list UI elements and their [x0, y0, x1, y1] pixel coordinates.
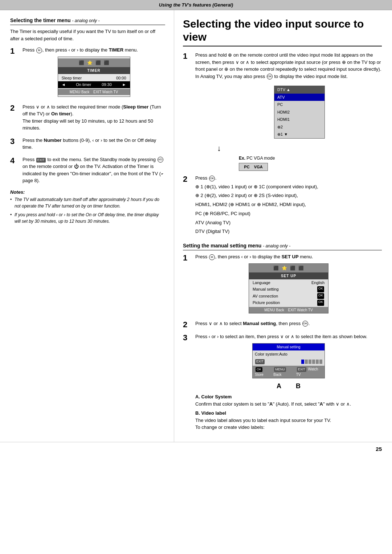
av2-row: ⊕2	[274, 123, 324, 131]
timer-analog-only: - analog only -	[72, 18, 99, 23]
bar-5	[316, 360, 319, 364]
step-1: 1 Press M, then press ‹ or › to display …	[10, 46, 165, 100]
step-2-number: 2	[10, 103, 20, 113]
label-a: A	[277, 381, 281, 391]
step-2-content: Press ∨ or ∧ to select the required time…	[23, 103, 165, 133]
label-b: B	[296, 381, 301, 391]
setup-manual-row: Manual settingOK	[249, 286, 328, 293]
icon2: ⭐	[87, 59, 93, 66]
setup-language-row: LanguageEnglish	[249, 279, 328, 286]
manual-step-2-num: 2	[183, 320, 193, 329]
manual-step-1-num: 1	[183, 253, 193, 263]
right-column: Selecting the video input source to view…	[174, 10, 392, 442]
ms-screen-title: Manual setting	[253, 344, 324, 350]
timer-screen-footer: MENU Back EXIT Watch TV	[58, 89, 130, 95]
video-input-screen: DTV ▲ ATV PC HDMI2 HDMI1 ⊕2 ⊕1 ▼	[274, 86, 325, 139]
step-4: 4 Press EXIT to exit the menu. Set the S…	[10, 156, 165, 186]
main-section-title: Selecting the video input source to view	[183, 17, 382, 46]
menu-icon-2: M	[209, 254, 215, 260]
standby-icon: I/O	[158, 157, 163, 163]
step-3: 3 Press the Number buttons (0-9), ‹ or ›…	[10, 137, 165, 152]
atv-row: ATV	[274, 94, 324, 101]
bar-3	[309, 360, 311, 364]
on-timer-value: 09:30	[102, 82, 112, 88]
right-step-1-content: Press and hold ⊕ on the remote control u…	[195, 52, 382, 171]
input-list: ⊕ 1 (⊕(1), video 1 input) or ⊕ 1C (compo…	[195, 183, 382, 236]
manual-step-3-content: Press ‹ or › to select an item, then pre…	[195, 333, 382, 431]
manual-step-2-content: Press ∨ or ∧ to select Manual setting, t…	[195, 320, 382, 329]
setup-av-row: AV connectionOK	[249, 293, 328, 300]
ms-color-row: Color system:Auto	[253, 350, 324, 358]
setup-picture-row: Picture positionOK	[249, 299, 328, 306]
av1-row: ⊕1 ▼	[274, 131, 324, 138]
manual-step-2: 2 Press ∨ or ∧ to select Manual setting,…	[183, 320, 382, 329]
menu-icon: M	[36, 48, 42, 53]
sub-item-b-text: The video label allows you to label each…	[195, 418, 331, 430]
sleep-timer-bold: Sleep timer	[123, 104, 148, 110]
on-timer-row: ◄ On timer 09:30 ►	[58, 81, 130, 88]
right-step-2-content: Press OK. ⊕ 1 (⊕(1), video 1 input) or ⊕…	[195, 175, 382, 237]
right-step-2-number: 2	[183, 175, 193, 184]
setup-screen-title: SET UP	[249, 272, 328, 279]
sub-item-a-text: Confirm that color system is set to "A" …	[195, 401, 351, 407]
exit-badge-ms: EXIT	[255, 359, 265, 364]
manual-step-1: 1 Press M, then press ‹ or › to display …	[183, 253, 382, 316]
step-3-number: 3	[10, 137, 20, 146]
sub-item-a-title: A. Color System	[195, 394, 232, 399]
setup-screen-footer: MENU Back EXIT Watch TV	[249, 307, 328, 313]
footer-menu: MENU Back	[70, 90, 89, 94]
sleep-timer-label: Sleep timer	[62, 75, 82, 81]
setup-screen: ⬛ ⭐ ⬛ ⬛ SET UP LanguageEnglish Manual se…	[249, 263, 328, 313]
ms-bar-row: EXIT	[253, 358, 324, 366]
timer-intro: The Timer is especially useful if you wa…	[10, 28, 165, 42]
sub-item-a: A. Color System Confirm that color syste…	[195, 393, 382, 407]
right-step-2: 2 Press OK. ⊕ 1 (⊕(1), video 1 input) or…	[183, 175, 382, 237]
note-1: The TV will automatically turn itself of…	[10, 196, 165, 209]
timer-title: Selecting the timer menu	[10, 17, 70, 23]
right-step-1-number: 1	[183, 52, 193, 61]
page-content: Selecting the timer menu - analog only -…	[0, 10, 392, 442]
step-1-number: 1	[10, 46, 20, 56]
arrow-down-icon: ↓	[217, 142, 221, 154]
ms-footer: OK Store MENU Back EXIT Watch TV	[253, 366, 324, 378]
on-timer-label: On timer	[76, 82, 91, 88]
timer-word: TIMER	[109, 47, 123, 53]
ex-label: Ex. PC VGA mode	[239, 155, 275, 161]
left-column: Selecting the timer menu - analog only -…	[0, 10, 174, 442]
ms-menu-back: MENU Back	[273, 366, 294, 378]
exit-icon: EXIT	[36, 158, 46, 163]
pc-vga-box: PC VGA	[239, 163, 268, 171]
step-4-number: 4	[10, 156, 20, 165]
ab-labels: A B	[195, 381, 382, 391]
ms-exit-watchtv: EXIT Watch TV	[296, 366, 322, 378]
footer-exit: EXIT Watch TV	[93, 90, 118, 94]
bar-6	[319, 360, 322, 364]
page-number-value: 25	[376, 446, 382, 452]
bar-4	[312, 360, 315, 364]
step-4-content: Press EXIT to exit the menu. Set the Sta…	[23, 156, 165, 186]
number-bold: Number	[44, 138, 62, 143]
manual-analog-only: - analog only -	[263, 243, 290, 249]
step-2: 2 Press ∨ or ∧ to select the required ti…	[10, 103, 165, 133]
manual-step-1-content: Press M, then press ‹ or › to display th…	[195, 253, 382, 316]
dtv-row: DTV ▲	[274, 86, 324, 94]
manual-step-3: 3 Press ‹ or › to select an item, then p…	[183, 333, 382, 431]
setup-word: SET UP	[282, 254, 299, 259]
on-timer-arrow-left: ◄	[62, 82, 66, 88]
manual-setting-screen: Manual setting Color system:Auto EXIT	[252, 343, 325, 379]
step-1-content: Press M, then press ‹ or › to display th…	[23, 46, 165, 100]
note-2: If you press and hold ‹ or › to set the …	[10, 212, 165, 225]
sleep-timer-value: 00:00	[116, 75, 126, 81]
ms-ok-store: OK Store	[255, 366, 272, 378]
bar-2	[305, 360, 308, 364]
bar-1	[301, 360, 304, 364]
sub-item-b-title: B. Video label	[195, 410, 226, 416]
timer-section-heading: Selecting the timer menu - analog only -	[10, 17, 165, 25]
manual-setting-section: Setting the manual setting menu - analog…	[183, 243, 382, 431]
pc-row: PC	[274, 101, 324, 108]
on-timer-arrow-right: ►	[122, 82, 126, 88]
icon1: ⬛	[79, 59, 84, 66]
step-3-content: Press the Number buttons (0-9), ‹ or › t…	[23, 137, 165, 152]
ms-bars	[301, 360, 322, 364]
notes-title: Notes:	[10, 189, 165, 195]
